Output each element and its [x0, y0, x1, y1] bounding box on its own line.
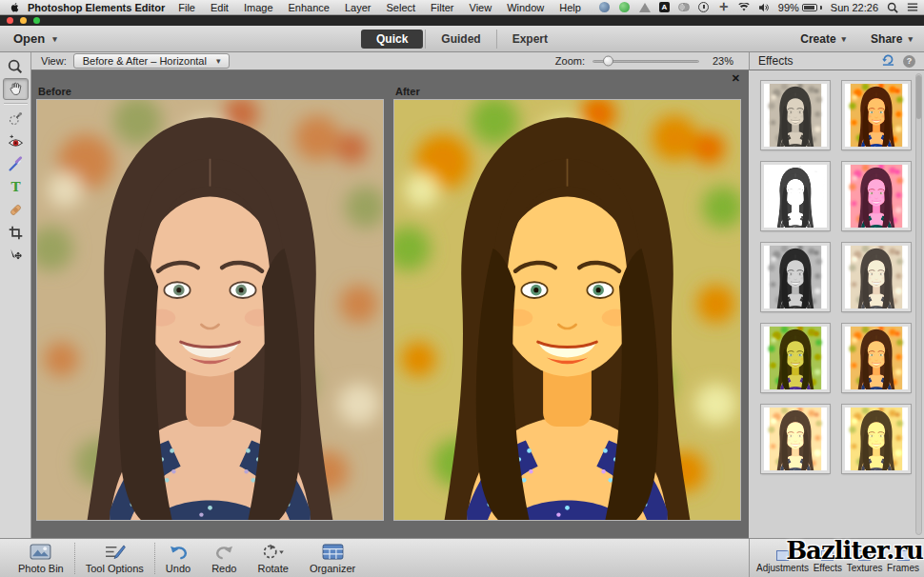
volume-icon[interactable]: [758, 2, 770, 13]
type-tool-icon[interactable]: T: [3, 176, 29, 198]
quick-selection-tool-icon[interactable]: [3, 108, 29, 129]
creative-cloud-icon[interactable]: [678, 2, 690, 13]
open-label: Open: [13, 31, 45, 46]
watermark: Bazliter.ru: [786, 536, 923, 565]
share-button[interactable]: Share ▾: [871, 32, 913, 46]
bottom-taskbar-right: Bazliter.ru Adjustments Effects Textures…: [749, 539, 924, 577]
effect-thumbnail-purple-tint[interactable]: [842, 162, 911, 230]
move-tool-icon[interactable]: [3, 245, 29, 267]
wifi-icon[interactable]: [738, 2, 750, 13]
before-label: Before: [38, 86, 384, 97]
effect-thumbnail-monochrome-sepia[interactable]: [761, 81, 830, 149]
battery-percent: 99%: [778, 2, 799, 13]
hand-tool-icon[interactable]: [3, 78, 29, 100]
zoom-slider-knob[interactable]: [603, 56, 613, 67]
menu-enhance[interactable]: Enhance: [281, 2, 337, 13]
accessibility-icon[interactable]: ✛: [718, 2, 730, 13]
menu-window[interactable]: Window: [499, 2, 552, 13]
tab-guided[interactable]: Guided: [425, 30, 495, 49]
effects-panel: [749, 70, 924, 538]
bottom-taskbar: Photo Bin Tool Options Undo Redo: [0, 538, 924, 577]
menu-select[interactable]: Select: [378, 2, 423, 13]
menubar-app-name[interactable]: Photoshop Elements Editor: [28, 2, 165, 13]
effect-thumbnail-warm-vivid[interactable]: [842, 324, 911, 392]
menu-filter[interactable]: Filter: [423, 2, 461, 13]
menu-edit[interactable]: Edit: [203, 2, 236, 13]
effect-thumbnail-green-pop[interactable]: [761, 324, 830, 392]
zoom-value: 23%: [707, 55, 733, 67]
effect-thumbnail-pencil-sketch[interactable]: [761, 162, 830, 230]
after-photo[interactable]: [393, 99, 741, 521]
drive-status-icon[interactable]: [639, 2, 651, 13]
menubar-clock[interactable]: Sun 22:26: [831, 2, 878, 13]
tab-expert[interactable]: Expert: [496, 30, 563, 49]
zoom-window-button[interactable]: [33, 17, 40, 24]
whiten-teeth-tool-icon[interactable]: [3, 153, 29, 175]
redo-button[interactable]: Redo: [201, 542, 247, 574]
zoom-slider[interactable]: [593, 60, 699, 63]
time-machine-icon[interactable]: [698, 2, 710, 13]
macos-menubar: Photoshop Elements Editor File Edit Imag…: [0, 0, 924, 15]
menu-image[interactable]: Image: [236, 2, 281, 13]
effect-thumbnail-faded-sepia[interactable]: [842, 243, 911, 311]
menubar-status-area: A ✛ 99% Sun 22:26: [599, 2, 918, 13]
spot-healing-brush-tool-icon[interactable]: [3, 199, 29, 221]
crop-tool-icon[interactable]: [3, 222, 29, 244]
red-eye-removal-tool-icon[interactable]: [3, 130, 29, 152]
adobe-status-icon[interactable]: A: [659, 2, 670, 12]
caret-down-icon: ▾: [52, 34, 57, 44]
after-photo-container: After: [393, 86, 741, 538]
tool-palette: T: [0, 52, 31, 538]
rotate-button[interactable]: Rotate: [247, 542, 298, 574]
tool-options-button[interactable]: Tool Options: [75, 542, 154, 574]
open-button[interactable]: Open ▾: [13, 31, 57, 46]
close-window-button[interactable]: [7, 17, 13, 24]
apple-icon[interactable]: [10, 2, 20, 12]
effect-thumbnail-golden-glow[interactable]: [761, 405, 830, 473]
zoom-label: Zoom:: [555, 55, 585, 67]
caret-down-icon: ▾: [216, 56, 221, 66]
close-document-icon[interactable]: ✕: [732, 72, 740, 85]
undo-button[interactable]: Undo: [155, 542, 201, 574]
tool-options-icon: [104, 542, 126, 562]
menu-file[interactable]: File: [171, 2, 203, 13]
before-photo[interactable]: [36, 99, 384, 521]
create-button[interactable]: Create ▾: [800, 32, 846, 46]
notification-center-icon[interactable]: [907, 2, 918, 13]
top-toolbar: Open ▾ Quick Guided Expert Create ▾ Shar…: [0, 26, 924, 52]
view-mode-select[interactable]: Before & After – Horizontal ▾: [73, 53, 231, 69]
caret-down-icon: ▾: [842, 34, 847, 44]
photo-bin-icon: [30, 542, 51, 562]
menu-help[interactable]: Help: [552, 2, 589, 13]
tab-quick[interactable]: Quick: [361, 30, 423, 49]
zoom-control: Zoom: 23%: [555, 55, 739, 67]
panel-scrollbar[interactable]: [915, 73, 922, 535]
spotlight-search-icon[interactable]: [887, 2, 898, 13]
help-icon[interactable]: ?: [903, 55, 915, 68]
effects-panel-header: Effects ?: [749, 52, 924, 70]
after-label: After: [395, 86, 741, 97]
menu-layer[interactable]: Layer: [337, 2, 379, 13]
photo-bin-button[interactable]: Photo Bin: [8, 542, 74, 574]
mode-tabs: Quick Guided Expert: [361, 30, 563, 49]
effect-thumbnail-yellow-wash[interactable]: [842, 405, 911, 473]
view-mode-value: Before & After – Horizontal: [83, 55, 207, 67]
globe-status-icon[interactable]: [599, 2, 611, 13]
bottom-taskbar-left: Photo Bin Tool Options Undo Redo: [0, 539, 749, 577]
battery-indicator[interactable]: 99%: [778, 2, 822, 13]
organizer-button[interactable]: Organizer: [299, 542, 366, 574]
menu-view[interactable]: View: [462, 2, 500, 13]
effect-thumbnail-vivid-color[interactable]: [842, 81, 911, 149]
workspace: T View: Before & After – Horizontal ▾ Zo…: [0, 52, 924, 538]
organizer-icon: [322, 542, 344, 562]
redo-icon: [214, 542, 234, 562]
photoshop-elements-window: Photoshop Elements Editor File Edit Imag…: [0, 0, 924, 577]
effect-thumbnail-black-and-white[interactable]: [761, 243, 830, 311]
minimize-window-button[interactable]: [20, 17, 27, 24]
sync-status-icon[interactable]: [619, 2, 631, 13]
effects-panel-title: Effects: [758, 54, 793, 68]
rotate-icon: [261, 542, 285, 562]
zoom-tool-icon[interactable]: [3, 55, 29, 77]
reset-panel-icon[interactable]: [881, 53, 895, 69]
svg-text:T: T: [10, 179, 20, 194]
